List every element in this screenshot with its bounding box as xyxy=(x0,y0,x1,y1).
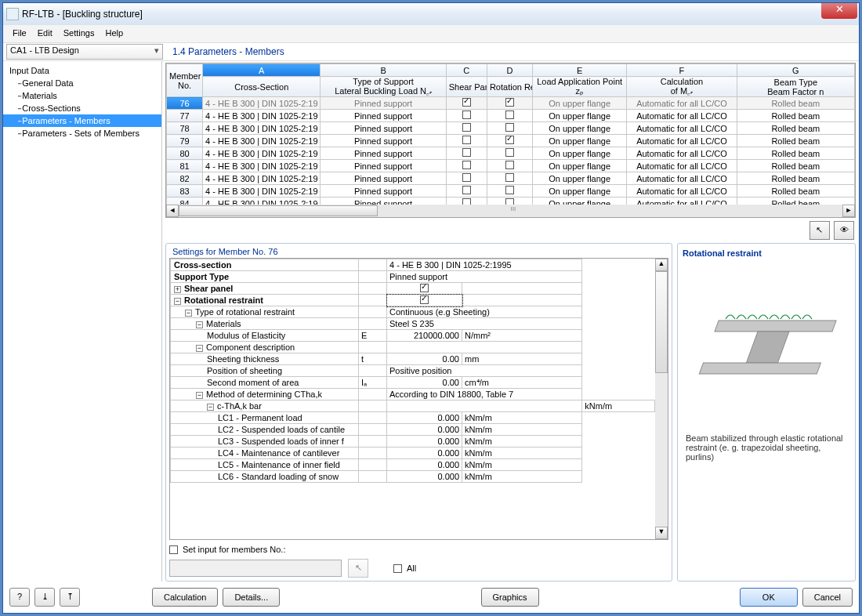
settings-row[interactable]: Cross-section4 - HE B 300 | DIN 1025-2:1… xyxy=(171,259,655,271)
help-icon[interactable]: ? xyxy=(9,588,30,607)
grid-row[interactable]: 824 - HE B 300 | DIN 1025-2:19Pinned sup… xyxy=(167,172,855,185)
set-input-checkbox[interactable] xyxy=(169,545,178,554)
grid-row[interactable]: 764 - HE B 300 | DIN 1025-2:19Pinned sup… xyxy=(167,97,855,110)
settings-row[interactable]: −Rotational restraint xyxy=(171,295,655,306)
app-window: RF-LTB - [Buckling structure] ✕ File Edi… xyxy=(2,2,860,614)
import-icon[interactable]: ⤓ xyxy=(34,588,55,607)
col-d-head[interactable]: D xyxy=(487,64,532,77)
settings-panel: Settings for Member No. 76 Cross-section… xyxy=(165,243,672,582)
sidebar-item-3[interactable]: ····Parameters - Members xyxy=(3,114,161,127)
settings-row[interactable]: LC5 - Maintenance of inner field0.000kNm… xyxy=(171,459,655,471)
settings-row[interactable]: LC1 - Permanent load0.000kNm/m xyxy=(171,412,655,424)
details-button[interactable]: Details... xyxy=(223,588,280,607)
ok-button[interactable]: OK xyxy=(740,588,798,607)
sidebar-item-1[interactable]: ····Materials xyxy=(3,89,161,102)
col-calc: Calculationof M꜀ᵣ xyxy=(627,77,737,97)
members-input[interactable] xyxy=(169,560,342,577)
settings-row[interactable]: LC6 - Standard loading of snow0.000kNm/m xyxy=(171,471,655,483)
sidebar: Input Data ····General Data····Materials… xyxy=(3,61,162,582)
app-icon xyxy=(6,8,19,20)
settings-row[interactable]: −Component description xyxy=(171,342,655,353)
grid-row[interactable]: 804 - HE B 300 | DIN 1025-2:19Pinned sup… xyxy=(167,147,855,160)
settings-row[interactable]: Modulus of ElasticityE210000.000N/mm² xyxy=(171,330,655,342)
settings-row[interactable]: Position of sheetingPositive position xyxy=(171,365,655,377)
col-e-head[interactable]: E xyxy=(533,64,627,77)
col-a-head[interactable]: A xyxy=(203,64,321,77)
toolrow: CA1 - LTB Design 1.4 Parameters - Member… xyxy=(3,42,859,61)
menu-file[interactable]: File xyxy=(8,27,31,41)
sidebar-head: Input Data xyxy=(3,64,161,77)
set-input-label: Set input for members No.: xyxy=(183,545,285,554)
all-checkbox[interactable] xyxy=(393,564,402,573)
members-grid[interactable]: MemberNo. A B C D E F G Cross-Section Ty… xyxy=(165,63,856,218)
col-c-head[interactable]: C xyxy=(446,64,487,77)
settings-row[interactable]: Support TypePinned support xyxy=(171,271,655,283)
col-rotationrestraint: Rotation Restraint xyxy=(487,77,532,97)
settings-row[interactable]: +Shear panel xyxy=(171,283,655,295)
menu-help[interactable]: Help xyxy=(100,27,128,41)
svg-rect-2 xyxy=(699,363,820,374)
settings-row[interactable]: −c-ThA,k barkNm/m xyxy=(171,400,655,412)
grid-row[interactable]: 814 - HE B 300 | DIN 1025-2:19Pinned sup… xyxy=(167,160,855,172)
sidebar-item-2[interactable]: ····Cross-Sections xyxy=(3,102,161,114)
col-b-head[interactable]: B xyxy=(321,64,446,77)
svg-rect-0 xyxy=(715,321,836,332)
cancel-button[interactable]: Cancel xyxy=(802,588,853,607)
menu-settings[interactable]: Settings xyxy=(59,27,100,41)
sidebar-item-0[interactable]: ····General Data xyxy=(3,77,161,89)
view-icon[interactable]: 👁 xyxy=(834,221,854,240)
titlebar: RF-LTB - [Buckling structure] ✕ xyxy=(3,3,859,25)
settings-row[interactable]: LC2 - Suspended loads of cantile0.000kNm… xyxy=(171,424,655,436)
grid-row[interactable]: 834 - HE B 300 | DIN 1025-2:19Pinned sup… xyxy=(167,185,855,197)
settings-title: Settings for Member No. 76 xyxy=(169,247,668,256)
col-f-head[interactable]: F xyxy=(627,64,737,77)
close-icon[interactable]: ✕ xyxy=(821,3,857,19)
settings-row[interactable]: Sheeting thicknesst0.00mm xyxy=(171,353,655,365)
scroll-right-icon[interactable]: ► xyxy=(842,205,855,217)
grid-row[interactable]: 784 - HE B 300 | DIN 1025-2:19Pinned sup… xyxy=(167,122,855,135)
settings-row[interactable]: −MaterialsSteel S 235 xyxy=(171,318,655,330)
col-shearpanel: Shear Panel xyxy=(446,77,487,97)
calculation-button[interactable]: Calculation xyxy=(152,588,218,607)
panel-title: 1.4 Parameters - Members xyxy=(166,43,859,60)
pick-members-icon: ↖ xyxy=(348,559,368,578)
menu-edit[interactable]: Edit xyxy=(33,27,57,41)
preview-image xyxy=(683,258,850,430)
svg-rect-1 xyxy=(746,332,789,363)
col-crosssection: Cross-Section xyxy=(203,77,321,97)
settings-row[interactable]: Second moment of areaIₐ0.00cm⁴/m xyxy=(171,377,655,389)
settings-row[interactable]: LC4 - Maintenance of cantilever0.000kNm/… xyxy=(171,448,655,459)
preview-panel: Rotational restraint xyxy=(677,243,856,582)
case-combo[interactable]: CA1 - LTB Design xyxy=(6,44,163,60)
settings-row[interactable]: −Method of determining CTha,kAccording t… xyxy=(171,389,655,400)
graphics-button[interactable]: Graphics xyxy=(481,588,539,607)
col-beamtype: Beam TypeBeam Factor n xyxy=(737,77,854,97)
preview-title: Rotational restraint xyxy=(683,248,850,258)
grid-row[interactable]: 794 - HE B 300 | DIN 1025-2:19Pinned sup… xyxy=(167,135,855,147)
scroll-left-icon[interactable]: ◄ xyxy=(166,205,179,217)
col-member: MemberNo. xyxy=(167,64,203,97)
preview-text: Beam stabilized through elastic rotation… xyxy=(683,430,850,465)
col-g-head[interactable]: G xyxy=(737,64,854,77)
export-icon[interactable]: ⤒ xyxy=(60,588,80,607)
settings-row[interactable]: LC3 - Suspended loads of inner f0.000kNm… xyxy=(171,436,655,448)
settings-row[interactable]: −Type of rotational restraintContinuous … xyxy=(171,306,655,318)
col-loadapp: Load Application Pointzₚ xyxy=(533,77,627,97)
col-support: Type of SupportLateral Buckling Load N꜀ᵣ xyxy=(321,77,446,97)
all-label: All xyxy=(407,563,416,573)
grid-row[interactable]: 844 - HE B 300 | DIN 1025-2:19Pinned sup… xyxy=(167,197,855,205)
menubar: File Edit Settings Help xyxy=(3,25,859,42)
window-title: RF-LTB - [Buckling structure] xyxy=(22,9,143,20)
pick-icon[interactable]: ↖ xyxy=(809,221,830,240)
sidebar-item-4[interactable]: ····Parameters - Sets of Members xyxy=(3,127,161,140)
footer: ? ⤓ ⤒ Calculation Details... Graphics OK… xyxy=(3,582,859,613)
grid-row[interactable]: 774 - HE B 300 | DIN 1025-2:19Pinned sup… xyxy=(167,110,855,122)
grid-hscroll[interactable]: ◄ III ► xyxy=(166,205,855,217)
settings-vscroll[interactable]: ▲▼ xyxy=(655,259,668,539)
